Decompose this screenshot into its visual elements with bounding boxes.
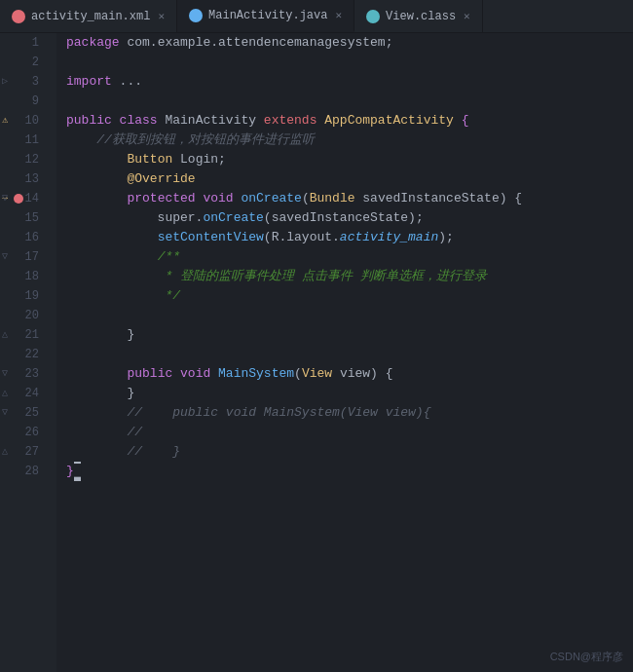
- gutter-line-2: 2: [0, 53, 47, 72]
- line-num-15: 15: [25, 208, 39, 228]
- gutter-line-27: △27: [0, 442, 47, 462]
- token-plain: [66, 247, 158, 267]
- token-plain: view) {: [340, 364, 393, 384]
- watermark: CSDN@程序彦: [550, 650, 623, 664]
- fold-icon-3[interactable]: ▷: [2, 72, 8, 92]
- line-num-25: 25: [25, 403, 39, 423]
- gutter-line-26: 26: [0, 423, 47, 442]
- gutter-line-21: △21: [0, 325, 47, 345]
- line-num-9: 9: [32, 92, 39, 111]
- gutter-line-24: △24: [0, 384, 47, 403]
- token-kw2: extends: [264, 111, 324, 131]
- gutter-line-9: 9: [0, 92, 47, 111]
- tab-class[interactable]: View.class✕: [354, 0, 483, 32]
- token-comment: //获取到按钮，对按钮的事件进行监听: [66, 131, 315, 150]
- token-type: AppCompatActivity: [324, 111, 461, 131]
- token-kw: import: [66, 72, 120, 92]
- token-kw: protected: [127, 189, 203, 208]
- line-num-20: 20: [25, 306, 39, 325]
- code-line-25: // public void MainSystem(View view){: [66, 403, 633, 423]
- tab-java[interactable]: MainActivity.java✕: [177, 0, 354, 32]
- fold-icon-27[interactable]: △: [2, 442, 8, 462]
- gutter-line-3: ▷3: [0, 72, 47, 92]
- token-plain: [66, 228, 158, 247]
- gutter-line-18: 18: [0, 267, 47, 286]
- code-line-14: protected void onCreate(Bundle savedInst…: [66, 189, 633, 208]
- line-num-11: 11: [25, 131, 39, 150]
- token-plain: (R.layout.: [264, 228, 340, 247]
- line-num-3: 3: [32, 72, 39, 92]
- line-num-27: 27: [25, 442, 39, 462]
- code-line-15: super.onCreate(savedInstanceState);: [66, 208, 633, 228]
- token-kw: public: [127, 364, 180, 384]
- fold-icon-14[interactable]: ▽: [2, 189, 8, 208]
- code-line-13: @Override: [66, 169, 633, 189]
- token-italic-blue: activity_main: [340, 228, 438, 247]
- tab-label-java: MainActivity.java: [208, 9, 327, 22]
- token-method: setContentView: [158, 228, 264, 247]
- tab-close-class[interactable]: ✕: [464, 10, 470, 22]
- tab-xml[interactable]: activity_main.xml✕: [0, 0, 177, 32]
- line-num-23: 23: [25, 364, 39, 384]
- code-line-28: }█: [66, 462, 633, 481]
- fold-icon-17[interactable]: ▽: [2, 247, 8, 267]
- token-green-comment: /**: [158, 247, 180, 267]
- token-kw: public: [66, 111, 120, 131]
- token-type: Button: [127, 150, 180, 169]
- token-method: MainSystem: [218, 364, 294, 384]
- token-kw: package: [66, 33, 127, 53]
- token-plain: [66, 150, 127, 169]
- fold-icon-25[interactable]: ▽: [2, 403, 8, 423]
- token-pkg: com.example.attendencemanagesystem;: [127, 33, 392, 53]
- tab-icon-xml: [12, 10, 25, 23]
- gutter-line-12: 12: [0, 150, 47, 169]
- line-num-17: 17: [25, 247, 39, 267]
- code-line-19: */: [66, 286, 633, 306]
- code-line-26: //: [66, 423, 633, 442]
- tab-close-java[interactable]: ✕: [335, 9, 342, 21]
- line-num-18: 18: [25, 267, 39, 286]
- code-line-16: setContentView(R.layout.activity_main);: [66, 228, 633, 247]
- warn-icon-10[interactable]: ⚠: [2, 111, 8, 131]
- tab-close-xml[interactable]: ✕: [158, 10, 165, 22]
- fold-icon-24[interactable]: △: [2, 384, 8, 403]
- token-plain: (: [294, 364, 302, 384]
- token-comment: // }: [66, 442, 180, 462]
- line-num-19: 19: [25, 286, 39, 306]
- fold-icon-21[interactable]: △: [2, 325, 8, 345]
- token-plain: [66, 169, 127, 189]
- token-plain: savedInstanceState) {: [362, 189, 522, 208]
- line-num-26: 26: [25, 423, 39, 442]
- token-plain: }: [66, 384, 134, 403]
- editor: 12▷39⚠10111213→▽141516▽17181920△2122▽23△…: [0, 33, 633, 672]
- token-plain: (savedInstanceState);: [264, 208, 424, 228]
- token-kw: void: [180, 364, 218, 384]
- code-area[interactable]: package com.example.attendencemanagesyst…: [56, 33, 633, 672]
- gutter-line-17: ▽17: [0, 247, 47, 267]
- code-line-17: /**: [66, 247, 633, 267]
- token-type: Bundle: [310, 189, 363, 208]
- token-plain: [66, 189, 127, 208]
- tab-label-class: View.class: [386, 10, 456, 23]
- token-comment: //: [66, 423, 142, 442]
- gutter-line-14: →▽14: [0, 189, 47, 208]
- token-green-comment: */: [66, 286, 180, 306]
- line-num-28: 28: [25, 462, 39, 481]
- code-line-21: }: [66, 325, 633, 345]
- line-num-10: 10: [25, 111, 39, 131]
- fold-icon-23[interactable]: ▽: [2, 364, 8, 384]
- tab-icon-java: [189, 9, 203, 22]
- gutter-line-28: 28: [0, 462, 47, 481]
- code-line-2: [66, 53, 633, 72]
- token-brace: }: [66, 462, 74, 481]
- code-line-12: Button Login;: [66, 150, 633, 169]
- breakpoint-14: [14, 194, 23, 204]
- tab-label-xml: activity_main.xml: [31, 10, 150, 23]
- gutter-line-11: 11: [0, 131, 47, 150]
- token-plain: (: [302, 189, 310, 208]
- code-line-10: public class MainActivity extends AppCom…: [66, 111, 633, 131]
- code-line-23: public void MainSystem(View view) {: [66, 364, 633, 384]
- line-numbers: 12▷39⚠10111213→▽141516▽17181920△2122▽23△…: [0, 33, 56, 672]
- gutter-line-16: 16: [0, 228, 47, 247]
- token-plain: }: [66, 325, 134, 345]
